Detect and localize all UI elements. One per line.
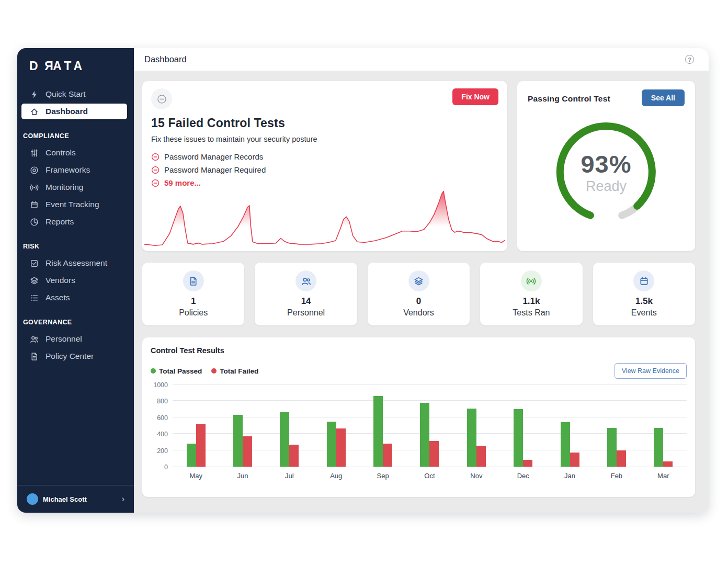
bar-total-failed bbox=[617, 450, 626, 467]
sidebar-item-reports[interactable]: Reports bbox=[21, 214, 127, 230]
bar-total-passed bbox=[280, 412, 289, 467]
see-all-button[interactable]: See All bbox=[642, 89, 685, 106]
fix-now-button[interactable]: Fix Now bbox=[452, 88, 498, 105]
passing-card-title: Passing Control Test bbox=[528, 94, 610, 104]
x-tick-label: Jun bbox=[219, 472, 266, 480]
stat-card-tests-ran[interactable]: 1.1kTests Ran bbox=[480, 263, 582, 325]
broadcast-icon bbox=[521, 270, 542, 291]
sidebar-section-risk: RISK bbox=[17, 231, 134, 254]
sidebar-section-governance: GOVERNANCE bbox=[17, 307, 134, 330]
legend-total-passed: Total Passed bbox=[151, 367, 202, 375]
sidebar-item-label: Assets bbox=[46, 293, 70, 302]
stat-label: Policies bbox=[179, 308, 208, 318]
stat-card-policies[interactable]: 1Policies bbox=[142, 263, 244, 325]
minus-circle-icon bbox=[151, 166, 160, 174]
bar-total-failed bbox=[429, 441, 439, 467]
plot-area bbox=[173, 385, 687, 467]
bar-total-failed bbox=[383, 444, 392, 467]
legend-label: Total Failed bbox=[220, 367, 258, 375]
sidebar: DRATA Quick StartDashboardCOMPLIANCECont… bbox=[17, 48, 134, 513]
sidebar-item-quick-start[interactable]: Quick Start bbox=[21, 86, 127, 102]
stat-card-events[interactable]: 1.5kEvents bbox=[593, 263, 695, 325]
failed-test-label: Password Manager Required bbox=[164, 165, 266, 174]
top-cards-row: Fix Now 15 Failed Control Tests Fix thes… bbox=[142, 81, 695, 251]
control-test-results-card: Control Test Results Total PassedTotal F… bbox=[142, 337, 695, 497]
sidebar-item-label: Frameworks bbox=[46, 165, 90, 175]
gridline bbox=[173, 384, 687, 385]
x-axis-labels: MayJunJulAugSepOctNovDecJanFebMar bbox=[173, 472, 687, 480]
legend-dot bbox=[211, 368, 217, 374]
chart-row: Control Test Results Total PassedTotal F… bbox=[142, 337, 695, 497]
sidebar-item-risk-assessment[interactable]: Risk Assessment bbox=[21, 255, 127, 271]
bar-group-jul bbox=[266, 385, 313, 467]
x-tick-label: Nov bbox=[453, 472, 499, 480]
chart-legend: Total PassedTotal Failed bbox=[151, 367, 258, 375]
sidebar-item-assets[interactable]: Assets bbox=[21, 290, 127, 306]
y-tick-label: 1000 bbox=[153, 381, 168, 389]
bar-total-failed bbox=[289, 445, 299, 467]
people-icon bbox=[295, 270, 316, 291]
passing-card-header: Passing Control Test See All bbox=[528, 89, 685, 106]
stat-label: Personnel bbox=[287, 308, 325, 318]
bar-group-sep bbox=[359, 385, 406, 467]
home-icon bbox=[30, 107, 39, 116]
sidebar-item-event-tracking[interactable]: Event Tracking bbox=[21, 197, 127, 212]
sidebar-item-personnel[interactable]: Personnel bbox=[21, 331, 127, 347]
sidebar-section-compliance: COMPLIANCE bbox=[17, 121, 134, 143]
bar-total-failed bbox=[243, 436, 252, 467]
bar-total-passed bbox=[514, 409, 523, 467]
sidebar-item-frameworks[interactable]: Frameworks bbox=[21, 162, 127, 178]
target-icon bbox=[30, 166, 39, 175]
sidebar-item-label: Dashboard bbox=[46, 107, 88, 116]
failed-trend-sparkline bbox=[144, 188, 505, 250]
help-icon[interactable]: ? bbox=[685, 55, 694, 64]
x-tick-label: Mar bbox=[640, 472, 687, 480]
failed-test-item[interactable]: Password Manager Required bbox=[151, 165, 498, 174]
sidebar-item-label: Vendors bbox=[46, 276, 75, 285]
sidebar-user[interactable]: Michael Scott › bbox=[17, 485, 134, 513]
failed-card-header: Fix Now bbox=[151, 88, 498, 109]
sidebar-item-label: Policy Center bbox=[46, 352, 94, 361]
sidebar-item-label: Personnel bbox=[46, 334, 82, 344]
bar-total-failed bbox=[336, 428, 346, 467]
minus-circle-icon bbox=[151, 88, 172, 109]
sidebar-item-dashboard[interactable]: Dashboard bbox=[21, 104, 127, 119]
sidebar-item-label: Quick Start bbox=[46, 89, 86, 99]
sidebar-item-label: Event Tracking bbox=[46, 200, 99, 209]
sidebar-item-controls[interactable]: Controls bbox=[21, 145, 127, 161]
logo-letters: ATA bbox=[53, 59, 85, 73]
failed-control-tests-card: Fix Now 15 Failed Control Tests Fix thes… bbox=[142, 81, 507, 251]
check-square-icon bbox=[30, 259, 39, 268]
bar-group-feb bbox=[593, 385, 640, 467]
sidebar-item-label: Monitoring bbox=[46, 183, 83, 192]
logo-letter-r: R bbox=[41, 59, 53, 73]
y-axis: 02004006008001000 bbox=[151, 385, 173, 467]
document-icon bbox=[30, 352, 39, 361]
sidebar-item-vendors[interactable]: Vendors bbox=[21, 273, 127, 288]
bar-total-failed bbox=[570, 453, 579, 467]
stat-card-vendors[interactable]: 0Vendors bbox=[368, 263, 470, 325]
readiness-gauge: 93% Ready bbox=[554, 120, 658, 224]
sidebar-item-policy-center[interactable]: Policy Center bbox=[21, 348, 127, 364]
minus-circle-icon bbox=[151, 179, 160, 187]
bar-total-passed bbox=[233, 415, 243, 467]
failed-test-item[interactable]: Password Manager Records bbox=[151, 152, 498, 161]
bar-group-jan bbox=[547, 385, 593, 467]
sidebar-item-monitoring[interactable]: Monitoring bbox=[21, 179, 127, 195]
bar-group-may bbox=[173, 385, 219, 467]
failed-card-title: 15 Failed Control Tests bbox=[151, 116, 498, 130]
view-raw-evidence-button[interactable]: View Raw Evidence bbox=[615, 363, 687, 379]
chevron-right-icon: › bbox=[122, 495, 124, 503]
stat-card-personnel[interactable]: 14Personnel bbox=[255, 263, 357, 325]
stats-row: 1Policies14Personnel0Vendors1.1kTests Ra… bbox=[142, 263, 695, 325]
stat-label: Events bbox=[631, 308, 657, 318]
minus-circle-icon bbox=[151, 153, 160, 161]
bar-group-mar bbox=[640, 385, 687, 467]
bar-total-passed bbox=[373, 396, 383, 467]
stat-value: 14 bbox=[301, 296, 311, 307]
bar-total-failed bbox=[663, 461, 673, 467]
x-tick-label: Jul bbox=[266, 472, 313, 480]
calendar-icon bbox=[633, 270, 654, 291]
stat-value: 0 bbox=[416, 296, 421, 307]
failed-tests-more-link[interactable]: 59 more... bbox=[151, 178, 498, 187]
